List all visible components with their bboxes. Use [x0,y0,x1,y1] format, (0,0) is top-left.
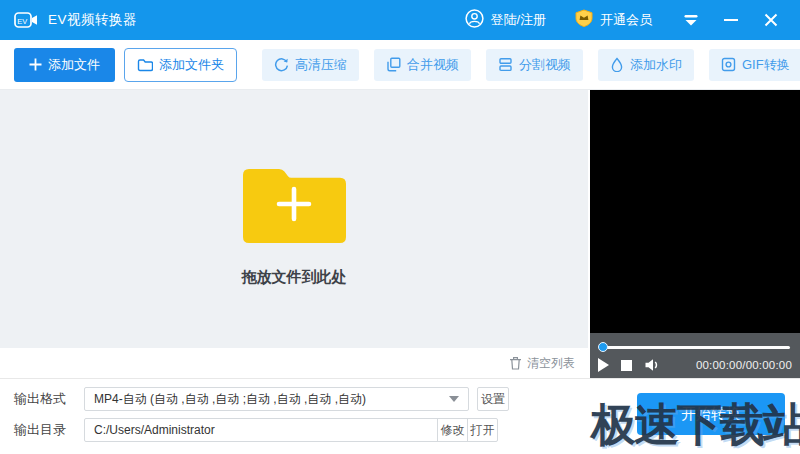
plus-icon [29,58,42,71]
merge-copy-icon [386,57,401,72]
start-convert-button[interactable]: 开始转换 [637,393,785,435]
modify-dir-button[interactable]: 修改 [437,419,467,441]
output-format-value: MP4-自动 (自动 ,自动 ,自动 ;自动 ,自动 ,自动 ,自动) [94,391,443,408]
vip-membership-button[interactable]: 开通会员 [574,9,652,31]
titlebar-menu-button[interactable] [676,7,706,33]
split-video-button[interactable]: 分割视频 [486,49,583,81]
close-button[interactable] [756,7,786,33]
merge-video-label: 合并视频 [407,56,459,74]
stop-button[interactable] [621,360,632,371]
playback-time: 00:00:00/00:00:00 [696,359,792,371]
hd-compress-button[interactable]: 高清压缩 [262,49,359,81]
gif-icon [721,57,736,72]
format-settings-button[interactable]: 设置 [477,387,509,411]
open-dir-label: 打开 [471,422,495,439]
add-folder-label: 添加文件夹 [159,56,224,74]
add-file-button[interactable]: 添加文件 [14,48,115,82]
video-controls: 00:00:00/00:00:00 [590,333,800,378]
output-dir-value[interactable]: C:/Users/Administrator [85,419,437,441]
clear-list-label: 清空列表 [527,355,575,372]
minimize-button[interactable] [716,7,746,33]
add-folder-button[interactable]: 添加文件夹 [124,48,237,82]
vip-badge-icon [574,9,594,31]
drop-hint-text: 拖放文件到此处 [242,268,347,287]
merge-video-button[interactable]: 合并视频 [374,49,471,81]
app-logo-icon: EV [14,11,38,29]
add-watermark-label: 添加水印 [630,56,682,74]
video-preview-screen [590,90,800,333]
add-watermark-button[interactable]: 添加水印 [598,49,694,81]
water-drop-icon [610,57,624,72]
window-title: EV视频转换器 [48,11,137,29]
close-icon [764,13,778,27]
output-panel: 输出格式 MP4-自动 (自动 ,自动 ,自动 ;自动 ,自动 ,自动 ,自动)… [0,378,800,454]
ev-video-converter-window: EV EV视频转换器 登陆/注册 [0,0,800,454]
clear-list-button[interactable]: 清空列表 [509,355,575,372]
list-footer: 清空列表 [0,348,588,378]
login-register-button[interactable]: 登陆/注册 [465,9,546,31]
format-settings-label: 设置 [481,391,505,408]
menu-chevron-icon [683,14,699,27]
vip-membership-label: 开通会员 [600,11,652,29]
output-dir-label: 输出目录 [14,421,84,439]
chevron-down-icon [449,396,459,402]
volume-button[interactable] [644,358,660,372]
titlebar: EV EV视频转换器 登陆/注册 [0,0,800,40]
hd-compress-label: 高清压缩 [295,56,347,74]
gif-convert-label: GIF转换 [742,56,790,74]
output-format-select[interactable]: MP4-自动 (自动 ,自动 ,自动 ;自动 ,自动 ,自动 ,自动) [84,387,469,411]
seek-handle[interactable] [598,342,608,352]
seek-bar[interactable] [598,342,792,352]
output-format-label: 输出格式 [14,390,84,408]
speaker-icon [644,358,660,372]
split-icon [498,57,513,72]
toolbar: 添加文件 添加文件夹 高清压缩 合并视频 [0,40,800,90]
open-dir-button[interactable]: 打开 [467,419,497,441]
trash-icon [509,356,522,370]
seek-track [600,346,790,349]
compress-refresh-icon [274,57,289,72]
split-video-label: 分割视频 [519,56,571,74]
login-register-label: 登陆/注册 [490,11,546,29]
gif-convert-button[interactable]: GIF转换 [709,49,800,81]
minimize-icon [724,18,738,22]
add-file-label: 添加文件 [48,56,100,74]
file-drop-area[interactable]: 拖放文件到此处 [0,90,588,348]
play-button[interactable] [598,358,609,372]
svg-text:EV: EV [17,17,27,26]
user-icon [465,9,484,31]
add-files-folder-icon[interactable] [238,162,350,248]
folder-icon [137,58,153,72]
modify-dir-label: 修改 [441,422,465,439]
output-dir-group: C:/Users/Administrator 修改 打开 [84,418,498,442]
